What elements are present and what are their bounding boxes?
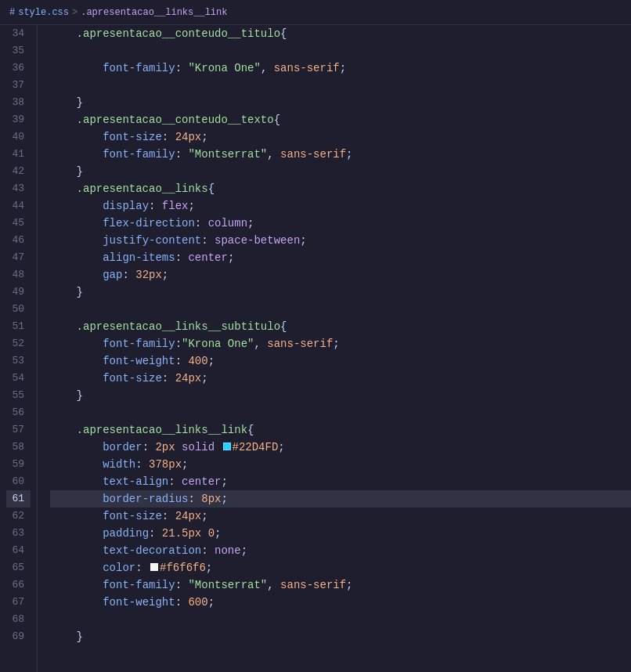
token-property: text-align xyxy=(103,475,168,488)
token-colon: : xyxy=(135,458,149,471)
token-property: text-decoration xyxy=(103,544,201,557)
token-selector: .apresentacao__links__subtitulo xyxy=(50,320,280,333)
token-property: border-radius xyxy=(103,493,188,505)
line-number: 52 xyxy=(6,335,31,352)
token-property: justify-content xyxy=(103,234,201,247)
token-none xyxy=(215,441,221,453)
token-punctuation: ; xyxy=(208,355,215,367)
token-value: sans-serif xyxy=(274,62,340,74)
token-keyword: column xyxy=(208,217,247,229)
line-number: 40 xyxy=(6,128,31,146)
token-value: sans-serif xyxy=(267,338,333,350)
code-line: .apresentacao__conteudo__texto{ xyxy=(50,111,631,128)
token-selector: .apresentacao__links__link xyxy=(50,424,247,436)
token-keyword: none xyxy=(215,544,241,557)
token-property: width xyxy=(103,458,135,471)
token-string: "Krona One" xyxy=(182,338,254,350)
token-number: 32px xyxy=(135,269,162,281)
token-property: color xyxy=(103,562,135,574)
token-selector: .apresentacao__conteudo__texto xyxy=(50,114,274,126)
code-line: font-size: 24px; xyxy=(50,370,631,387)
line-numbers: 3435363738394041424344454647484950515253… xyxy=(0,25,38,672)
token-punctuation: ; xyxy=(221,493,227,505)
code-line: display: flex; xyxy=(50,197,631,215)
code-line: text-align: center; xyxy=(50,473,631,490)
token-colon: : xyxy=(175,338,182,350)
token-colon: : xyxy=(188,493,201,505)
code-line: .apresentacao__conteudo__titulo{ xyxy=(50,25,631,42)
token-number: 24px xyxy=(175,510,202,522)
token-property: border xyxy=(103,441,142,453)
breadcrumb-sep1: > xyxy=(72,7,78,18)
line-number: 39 xyxy=(6,111,31,128)
line-number: 56 xyxy=(6,404,31,421)
code-line: text-decoration: none; xyxy=(50,542,631,559)
token-hex: #22D4FD xyxy=(233,441,279,453)
token-colon: : xyxy=(142,441,156,453)
code-content[interactable]: .apresentacao__conteudo__titulo{ font-fa… xyxy=(38,25,631,672)
token-keyword: space-between xyxy=(215,234,300,247)
token-comma: , xyxy=(254,338,267,350)
code-line: padding: 21.5px 0; xyxy=(50,525,631,542)
breadcrumb-file1[interactable]: style.css xyxy=(18,7,69,18)
line-number: 53 xyxy=(6,352,31,370)
line-number: 37 xyxy=(6,77,31,94)
token-property: font-family xyxy=(103,579,175,591)
token-punctuation: ; xyxy=(228,251,234,264)
token-colon: : xyxy=(175,596,189,609)
token-number: 378px xyxy=(149,458,182,471)
token-property: align-items xyxy=(103,251,175,264)
line-number: 60 xyxy=(6,473,31,490)
code-line: } xyxy=(50,163,631,180)
breadcrumb-file2[interactable]: .apresentacao__links__link xyxy=(81,7,227,18)
code-line: color: #f6f6f6; xyxy=(50,559,631,576)
token-punctuation: ; xyxy=(221,475,227,488)
token-punctuation: ; xyxy=(346,148,352,161)
token-value: sans-serif xyxy=(280,148,346,161)
token-colon: : xyxy=(135,562,149,574)
line-number: 41 xyxy=(6,146,31,163)
token-property: font-size xyxy=(103,372,162,385)
code-line: font-family:"Krona One", sans-serif; xyxy=(50,335,631,352)
code-line xyxy=(50,77,631,94)
token-string: "Krona One" xyxy=(188,62,260,74)
token-punctuation: ; xyxy=(278,441,284,453)
token-colon: : xyxy=(175,355,189,367)
line-number: 58 xyxy=(6,439,31,456)
token-keyword: center xyxy=(188,251,227,264)
code-line: align-items: center; xyxy=(50,249,631,266)
code-line xyxy=(50,301,631,318)
token-number: 24px xyxy=(175,131,202,143)
line-number: 48 xyxy=(6,266,31,284)
line-number: 50 xyxy=(6,301,31,318)
code-line: width: 378px; xyxy=(50,456,631,473)
code-line: .apresentacao__links__subtitulo{ xyxy=(50,318,631,335)
token-brace: } xyxy=(50,286,83,298)
line-number: 42 xyxy=(6,163,31,180)
token-colon: : xyxy=(162,131,175,143)
line-number: 67 xyxy=(6,594,31,611)
color-swatch xyxy=(223,443,231,450)
line-number: 64 xyxy=(6,542,31,559)
token-punctuation: ; xyxy=(201,510,207,522)
token-colon: : xyxy=(149,200,162,212)
token-none xyxy=(201,527,207,540)
token-colon: : xyxy=(175,579,189,591)
token-selector: .apresentacao__links xyxy=(50,182,208,195)
code-line: } xyxy=(50,628,631,645)
token-string: "Montserrat" xyxy=(188,148,267,161)
line-number: 51 xyxy=(6,318,31,335)
line-number: 47 xyxy=(6,249,31,266)
code-line: gap: 32px; xyxy=(50,266,631,284)
code-line: border: 2px solid #22D4FD; xyxy=(50,439,631,456)
line-number: 34 xyxy=(6,25,31,42)
code-line: font-size: 24px; xyxy=(50,128,631,146)
line-number: 68 xyxy=(6,611,31,628)
code-line: } xyxy=(50,94,631,111)
token-brace: { xyxy=(280,320,287,333)
token-property: font-weight xyxy=(103,355,175,367)
token-keyword: flex xyxy=(162,200,189,212)
token-property: flex-direction xyxy=(103,217,195,229)
token-colon: : xyxy=(122,269,135,281)
color-swatch xyxy=(150,563,158,571)
